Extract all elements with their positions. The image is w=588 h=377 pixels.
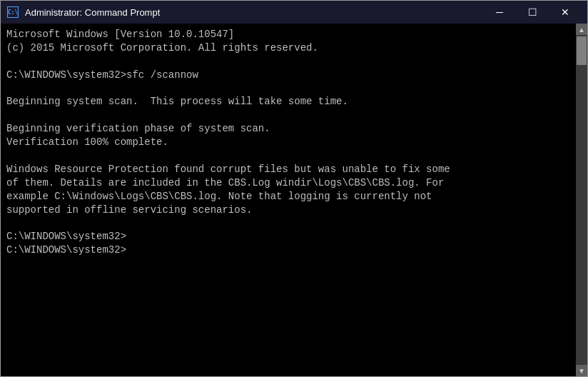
window-controls: ─ ☐ ✕ — [483, 1, 582, 24]
cmd-app-icon: C:\ — [6, 6, 19, 19]
scrollbar-thumb[interactable] — [577, 36, 587, 65]
scrollbar[interactable]: ▲ ▼ — [576, 24, 587, 376]
title-bar: C:\ Administrator: Command Prompt ─ ☐ ✕ — [1, 1, 587, 24]
window-title: Administrator: Command Prompt — [25, 7, 483, 18]
window: C:\ Administrator: Command Prompt ─ ☐ ✕ … — [0, 0, 588, 377]
scroll-up-button[interactable]: ▲ — [576, 24, 587, 35]
scroll-down-button[interactable]: ▼ — [576, 365, 587, 376]
terminal-body: Microsoft Windows [Version 10.0.10547] (… — [1, 24, 587, 376]
maximize-button[interactable]: ☐ — [516, 1, 549, 24]
terminal-output: Microsoft Windows [Version 10.0.10547] (… — [6, 28, 582, 257]
minimize-button[interactable]: ─ — [483, 1, 516, 24]
close-button[interactable]: ✕ — [549, 1, 582, 24]
